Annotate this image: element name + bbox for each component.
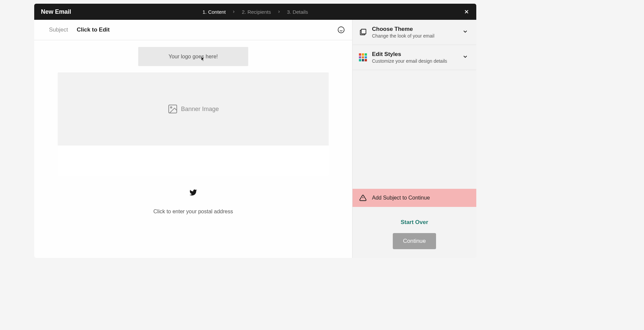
step-details[interactable]: 3. Details xyxy=(287,9,308,15)
modal-header: New Email 1. Content 2. Recipients 3. De… xyxy=(34,4,476,20)
start-over-link[interactable]: Start Over xyxy=(353,219,476,226)
email-editor-modal: New Email 1. Content 2. Recipients 3. De… xyxy=(34,4,476,258)
step-recipients[interactable]: 2. Recipients xyxy=(242,9,271,15)
panel-text: Edit Styles Customize your email design … xyxy=(372,51,458,64)
styles-icon xyxy=(359,53,367,62)
close-icon xyxy=(464,9,470,15)
twitter-icon[interactable] xyxy=(189,188,197,198)
subject-bar[interactable]: Subject Click to Edit xyxy=(34,20,352,40)
email-content-area: Your logo goes here! Banner Image xyxy=(34,40,352,258)
logo-placeholder-text: Your logo goes here! xyxy=(168,54,218,60)
warning-text: Add Subject to Continue xyxy=(372,195,430,201)
banner-placeholder[interactable]: Banner Image xyxy=(58,72,329,146)
modal-body: Subject Click to Edit Your logo goes her… xyxy=(34,20,476,258)
logo-placeholder[interactable]: Your logo goes here! xyxy=(138,47,248,66)
chevron-down-icon xyxy=(462,29,468,36)
panel-desc: Change the look of your email xyxy=(372,33,458,39)
sidebar: Choose Theme Change the look of your ema… xyxy=(352,20,476,258)
svg-rect-8 xyxy=(361,29,366,34)
subject-value[interactable]: Click to Edit xyxy=(77,26,110,33)
wizard-steps: 1. Content 2. Recipients 3. Details xyxy=(203,9,308,15)
sidebar-bottom: Add Subject to Continue Start Over Conti… xyxy=(353,189,476,258)
banner-body[interactable] xyxy=(58,146,329,176)
svg-point-2 xyxy=(338,27,344,33)
chevron-down-icon xyxy=(462,54,468,61)
image-icon xyxy=(167,104,178,114)
banner-placeholder-text: Banner Image xyxy=(181,106,219,113)
chevron-right-icon xyxy=(277,10,281,14)
social-row xyxy=(58,188,329,198)
chevron-right-icon xyxy=(232,10,236,14)
edit-styles-panel[interactable]: Edit Styles Customize your email design … xyxy=(353,45,476,70)
panel-title: Choose Theme xyxy=(372,26,458,33)
continue-button[interactable]: Continue xyxy=(393,233,436,249)
theme-icon xyxy=(359,28,367,37)
choose-theme-panel[interactable]: Choose Theme Change the look of your ema… xyxy=(353,20,476,45)
banner-area: Banner Image xyxy=(58,72,329,176)
subject-label: Subject xyxy=(49,26,68,33)
svg-point-6 xyxy=(171,107,172,108)
close-button[interactable] xyxy=(462,7,471,16)
smile-icon xyxy=(337,26,345,34)
emoji-button[interactable] xyxy=(336,25,346,35)
panel-desc: Customize your email design details xyxy=(372,58,458,64)
email-editor: Subject Click to Edit Your logo goes her… xyxy=(34,20,352,258)
warning-banner: Add Subject to Continue xyxy=(353,189,476,207)
postal-address-placeholder[interactable]: Click to enter your postal address xyxy=(58,209,329,215)
panel-title: Edit Styles xyxy=(372,51,458,58)
step-content[interactable]: 1. Content xyxy=(203,9,226,15)
modal-title: New Email xyxy=(41,8,71,15)
cursor-icon xyxy=(200,56,206,63)
warning-icon xyxy=(359,194,367,202)
panel-text: Choose Theme Change the look of your ema… xyxy=(372,26,458,39)
